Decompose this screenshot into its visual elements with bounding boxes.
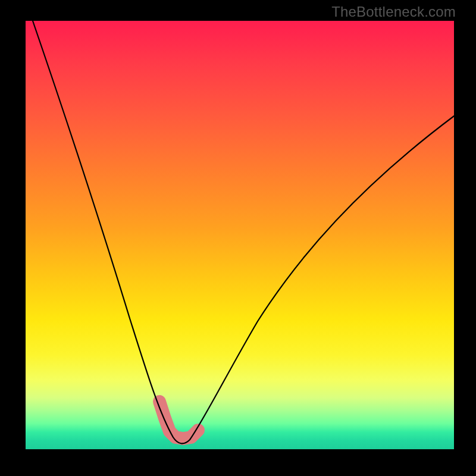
chart-frame: TheBottleneck.com bbox=[0, 0, 476, 476]
attribution-text: TheBottleneck.com bbox=[331, 4, 456, 20]
plot-area bbox=[26, 21, 454, 449]
curve-svg bbox=[26, 21, 454, 449]
bottleneck-curve-line bbox=[33, 21, 454, 443]
